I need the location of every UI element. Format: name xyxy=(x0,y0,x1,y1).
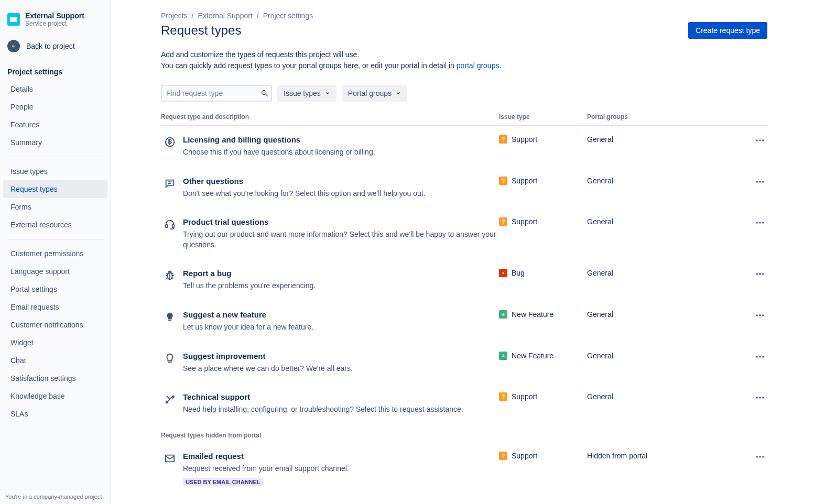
more-actions-button[interactable] xyxy=(755,177,765,199)
sidebar-item-request-types[interactable]: Request types xyxy=(3,180,107,198)
request-type-description: Tell us the problems you're experiencing… xyxy=(183,281,499,291)
request-type-description: See a place where we can do better? We'r… xyxy=(183,364,499,374)
table-header: Request type and description Issue type … xyxy=(161,113,767,126)
request-type-description: Need help installing, configuring, or tr… xyxy=(183,404,499,415)
more-actions-button[interactable] xyxy=(755,269,765,291)
search-box xyxy=(161,85,272,102)
sidebar-item-customer-notifications[interactable]: Customer notifications xyxy=(3,316,107,334)
more-actions-button[interactable] xyxy=(755,392,765,415)
sidebar-item-chat[interactable]: Chat xyxy=(3,352,107,369)
sidebar-section-label: Project settings xyxy=(0,60,111,80)
request-type-row[interactable]: Report a bug Tell us the problems you're… xyxy=(161,259,767,301)
chevron-down-icon xyxy=(325,91,330,96)
more-icon xyxy=(755,452,765,462)
description-line2-prefix: You can quickly add request types to you… xyxy=(161,61,457,70)
more-icon xyxy=(755,310,765,321)
sidebar-item-forms[interactable]: Forms xyxy=(3,198,107,216)
request-type-row[interactable]: Licensing and billing questions Choose t… xyxy=(161,126,767,167)
breadcrumb-item[interactable]: External Support xyxy=(198,12,252,20)
bulb-solid-icon xyxy=(164,311,176,323)
description-line1: Add and customize the types of requests … xyxy=(161,49,633,60)
request-type-title: Suggest a new feature xyxy=(183,310,499,319)
more-actions-button[interactable] xyxy=(755,452,765,487)
sidebar-item-summary[interactable]: Summary xyxy=(3,134,107,151)
search-icon xyxy=(260,89,269,97)
issue-type-label: New Feature xyxy=(512,352,553,360)
column-issue-type: Issue type xyxy=(499,113,587,120)
issue-type-label: Support xyxy=(512,177,537,185)
request-type-title: Report a bug xyxy=(183,269,499,278)
issue-type-icon: ? xyxy=(499,452,507,460)
request-type-description: Request received from your email support… xyxy=(183,464,499,474)
portal-groups-filter[interactable]: Portal groups xyxy=(342,85,407,102)
issue-type-icon: ? xyxy=(499,217,507,226)
column-name: Request type and description xyxy=(161,113,499,120)
sidebar-item-knowledge-base[interactable]: Knowledge base xyxy=(3,387,107,405)
more-icon xyxy=(755,217,765,228)
request-type-row[interactable]: Other questions Don't see what you're lo… xyxy=(161,167,767,209)
more-actions-button[interactable] xyxy=(755,310,765,333)
more-actions-button[interactable] xyxy=(755,135,765,158)
search-input[interactable] xyxy=(161,85,272,102)
issue-type-label: Support xyxy=(512,135,537,144)
more-actions-button[interactable] xyxy=(755,217,765,250)
breadcrumb-item[interactable]: Projects xyxy=(161,12,188,20)
sidebar: External Support Service project Back to… xyxy=(0,0,111,504)
request-type-description: Don't see what you're looking for? Selec… xyxy=(183,189,499,199)
issue-types-filter[interactable]: Issue types xyxy=(277,85,336,102)
sidebar-item-slas[interactable]: SLAs xyxy=(3,405,107,423)
portal-group-label: General xyxy=(587,217,746,250)
issue-type-label: Support xyxy=(512,217,537,226)
portal-group-label: General xyxy=(587,177,746,199)
request-type-row[interactable]: Suggest improvement See a place where we… xyxy=(161,342,767,384)
arrow-left-icon xyxy=(7,40,20,52)
issue-type-icon: ? xyxy=(499,135,507,144)
hidden-types-header: Request types hidden from portal xyxy=(161,432,767,442)
sidebar-item-language-support[interactable]: Language support xyxy=(3,262,107,280)
main-content: Projects / External Support / Project se… xyxy=(111,0,825,504)
sidebar-item-email-requests[interactable]: Email requests xyxy=(3,298,107,316)
portal-groups-link[interactable]: portal groups xyxy=(457,61,500,70)
back-to-project[interactable]: Back to project xyxy=(0,35,111,60)
page-description: Add and customize the types of requests … xyxy=(161,49,633,71)
more-actions-button[interactable] xyxy=(755,352,765,374)
email-channel-badge: USED BY EMAIL CHANNEL xyxy=(183,478,263,486)
sidebar-item-details[interactable]: Details xyxy=(3,80,107,98)
request-type-row[interactable]: Technical support Need help installing, … xyxy=(161,383,767,424)
more-icon xyxy=(755,135,765,146)
request-type-row[interactable]: Emailed request Request received from yo… xyxy=(161,442,767,496)
issue-type-icon: • xyxy=(499,269,507,277)
issue-type-icon: ? xyxy=(499,177,507,185)
description-line2-suffix: . xyxy=(499,61,501,70)
sidebar-item-features[interactable]: Features xyxy=(3,116,107,134)
page-title: Request types xyxy=(161,23,241,38)
request-type-row[interactable]: Product trial questions Trying out our p… xyxy=(161,208,767,259)
project-name: External Support xyxy=(25,12,84,20)
portal-group-label: General xyxy=(587,269,746,291)
more-icon xyxy=(755,177,765,187)
project-subtitle: Service project xyxy=(25,20,84,27)
column-portal-groups: Portal groups xyxy=(587,113,746,120)
portal-group-label: General xyxy=(587,392,746,415)
issue-type-icon: + xyxy=(499,352,507,360)
sidebar-item-customer-permissions[interactable]: Customer permissions xyxy=(3,245,107,262)
create-request-type-button[interactable]: Create request type xyxy=(688,22,767,39)
sidebar-item-issue-types[interactable]: Issue types xyxy=(3,162,107,180)
request-type-title: Other questions xyxy=(183,177,499,185)
sidebar-item-portal-settings[interactable]: Portal settings xyxy=(3,280,107,298)
sidebar-item-external-resources[interactable]: External resources xyxy=(3,216,107,234)
portal-group-label: General xyxy=(587,310,746,333)
sidebar-item-people[interactable]: People xyxy=(3,98,107,116)
sidebar-item-widget[interactable]: Widget xyxy=(3,334,107,352)
issue-type-icon: + xyxy=(499,310,507,319)
breadcrumb-item[interactable]: Project settings xyxy=(263,12,313,20)
portal-group-label: Hidden from portal xyxy=(587,452,746,487)
tools-icon xyxy=(164,393,176,405)
request-type-row[interactable]: Suggest a new feature Let us know your i… xyxy=(161,301,767,342)
more-icon xyxy=(755,392,765,403)
sidebar-item-satisfaction-settings[interactable]: Satisfaction settings xyxy=(3,369,107,387)
request-type-title: Emailed request xyxy=(183,452,499,461)
issue-type-label: Bug xyxy=(512,269,525,277)
mail-icon xyxy=(164,453,176,464)
project-header[interactable]: External Support Service project xyxy=(0,0,111,35)
